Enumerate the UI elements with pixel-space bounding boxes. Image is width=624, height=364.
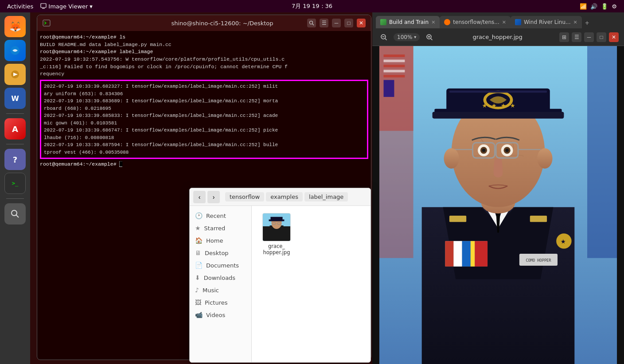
iv-close-btn[interactable]: ✕ xyxy=(609,32,619,42)
fm-sidebar-starred[interactable]: ★ Starred xyxy=(190,222,251,234)
svg-rect-66 xyxy=(433,112,564,118)
fm-breadcrumb-examples[interactable]: examples xyxy=(266,192,303,201)
fm-back-button[interactable]: ‹ xyxy=(193,191,206,203)
dock-icon-help[interactable]: ? xyxy=(4,149,26,170)
terminal-line-5: _c:116] Failed to find bogomips or clock… xyxy=(40,63,368,71)
file-manager-sidebar: 🕐 Recent ★ Starred 🏠 Home 🖥 Desktop 📄 Do… xyxy=(190,206,252,362)
terminal-titlebar-icon xyxy=(43,19,51,27)
list-item[interactable]: grace_hopper.jpg xyxy=(259,213,294,256)
svg-rect-44 xyxy=(445,241,453,266)
tab-build-and-train[interactable]: Build and Train ✕ xyxy=(376,16,440,28)
dock-icon-appstore[interactable]: A xyxy=(4,118,26,139)
svg-rect-47 xyxy=(471,241,475,266)
tab-windriver[interactable]: Wind River Linu... ✕ xyxy=(511,16,582,28)
network-icon: 📶 xyxy=(580,3,587,10)
settings-icon[interactable]: ⚙ xyxy=(612,3,617,10)
terminal-close-btn[interactable]: ✕ xyxy=(357,19,366,27)
home-icon: 🏠 xyxy=(195,237,203,244)
fm-forward-button[interactable]: › xyxy=(207,191,220,203)
result-highlight-box: 2022-07-19 10:33:39.682327: I tensorflow… xyxy=(40,80,368,159)
svg-text:★: ★ xyxy=(491,102,497,109)
dock-icon-firefox[interactable]: 🦊 xyxy=(4,16,26,37)
dock-separator xyxy=(6,113,24,114)
fm-breadcrumb-tensorflow[interactable]: tensorflow xyxy=(225,192,264,201)
terminal-menu-btn[interactable]: ☰ xyxy=(320,19,328,27)
fm-sidebar-home[interactable]: 🏠 Home xyxy=(190,234,251,247)
tab-close-build[interactable]: ✕ xyxy=(431,19,435,25)
zoom-display: 100% ▾ xyxy=(394,33,420,41)
fm-breadcrumb: tensorflow examples label_image xyxy=(222,192,367,201)
fm-sidebar-downloads[interactable]: ⬇ Downloads xyxy=(190,271,251,284)
image-display-area: COMO HOPPER xyxy=(372,46,624,364)
iv-grid-view-btn[interactable]: ⊞ xyxy=(559,32,569,42)
activities-button[interactable]: Activities xyxy=(7,3,33,10)
file-manager-body: 🕐 Recent ★ Starred 🏠 Home 🖥 Desktop 📄 Do… xyxy=(190,206,370,362)
tab-close-tf[interactable]: ✕ xyxy=(502,19,506,25)
svg-line-8 xyxy=(312,24,314,25)
recent-icon: 🕐 xyxy=(195,212,203,219)
tab-label-wr: Wind River Linu... xyxy=(524,19,571,25)
svg-text:COMO HOPPER: COMO HOPPER xyxy=(526,258,551,263)
svg-point-4 xyxy=(12,210,17,216)
terminal-line-2: BUILD README.md data label_image.py main… xyxy=(40,41,368,49)
image-viewer-window: Build and Train ✕ tensorflow/tens... ✕ W… xyxy=(372,12,624,364)
image-viewer-toolbar: 100% ▾ grace_hopper.jpg ⊞ ☰ ─ □ ✕ xyxy=(372,28,624,46)
dock-separator-3 xyxy=(6,198,24,199)
svg-point-61 xyxy=(505,149,509,152)
fm-sidebar-music[interactable]: ♪ Music xyxy=(190,284,251,296)
fm-sidebar-recent[interactable]: 🕐 Recent xyxy=(190,209,251,222)
dock-icon-search[interactable] xyxy=(4,203,26,225)
build-train-tab-icon xyxy=(380,19,386,25)
fm-sidebar-desktop[interactable]: 🖥 Desktop xyxy=(190,247,251,259)
svg-rect-29 xyxy=(384,65,405,67)
file-manager-window: ‹ › tensorflow examples label_image 🕐 Re… xyxy=(189,188,371,363)
system-clock: 7月 19 19：36 xyxy=(292,2,332,10)
svg-point-63 xyxy=(537,148,552,169)
svg-point-62 xyxy=(444,148,459,169)
terminal-minimize-btn[interactable]: ─ xyxy=(332,19,341,27)
result-line-2: ary uniform (653): 0.834306 xyxy=(44,90,364,98)
battery-icon: 🔋 xyxy=(601,3,608,10)
dock-icon-writer[interactable]: W xyxy=(4,88,26,109)
file-name: grace_hopper.jpg xyxy=(263,243,290,256)
svg-rect-39 xyxy=(449,216,466,222)
terminal-line-3: root@qemuarm64:~/example# label_image xyxy=(40,48,368,56)
terminal-search-btn[interactable] xyxy=(307,19,316,27)
image-viewer-menu[interactable]: Image Viewer ▾ xyxy=(40,3,93,10)
svg-rect-45 xyxy=(453,241,462,266)
file-preview-svg xyxy=(263,213,290,241)
chevron-down-icon: ▾ xyxy=(414,35,416,39)
svg-rect-27 xyxy=(384,54,405,57)
result-line-6: mic gown (401): 0.0103581 xyxy=(44,120,364,127)
zoom-in-button[interactable] xyxy=(423,31,436,43)
iv-minimize-btn[interactable]: ─ xyxy=(584,32,594,42)
svg-rect-32 xyxy=(384,80,394,97)
zoom-out-button[interactable] xyxy=(378,31,390,43)
svg-line-19 xyxy=(385,39,387,40)
tab-label-build: Build and Train xyxy=(389,19,429,25)
tab-close-wr[interactable]: ✕ xyxy=(573,19,577,25)
iv-maximize-btn[interactable]: □ xyxy=(597,32,606,42)
new-tab-button[interactable]: + xyxy=(582,18,593,28)
svg-text:★: ★ xyxy=(501,102,506,109)
iv-menu-btn[interactable]: ☰ xyxy=(572,32,581,42)
dock-icon-rhythmbox[interactable] xyxy=(4,64,26,85)
fm-sidebar-documents[interactable]: 📄 Documents xyxy=(190,259,251,271)
svg-line-23 xyxy=(431,39,433,40)
svg-text:★: ★ xyxy=(482,102,488,109)
tab-tensorflow[interactable]: tensorflow/tens... ✕ xyxy=(440,16,511,28)
fm-sidebar-videos[interactable]: 📹 Videos xyxy=(190,309,251,321)
tensorflow-tab-icon xyxy=(444,19,450,25)
svg-rect-14 xyxy=(269,220,285,221)
dock-icon-terminal[interactable]: >_ xyxy=(4,173,26,194)
svg-line-5 xyxy=(16,215,19,218)
fm-sidebar-pictures[interactable]: 🖼 Pictures xyxy=(190,296,251,309)
image-filename: grace_hopper.jpg xyxy=(439,34,556,40)
dock-icon-thunderbird[interactable] xyxy=(4,40,26,61)
svg-rect-48 xyxy=(475,241,488,266)
result-line-5: 2022-07-19 10:33:39.685833: I tensorflow… xyxy=(44,112,364,120)
svg-rect-69 xyxy=(449,91,547,93)
svg-text:★: ★ xyxy=(510,102,515,109)
terminal-maximize-btn[interactable]: □ xyxy=(344,19,353,27)
fm-breadcrumb-labelimage[interactable]: label_image xyxy=(304,192,348,201)
